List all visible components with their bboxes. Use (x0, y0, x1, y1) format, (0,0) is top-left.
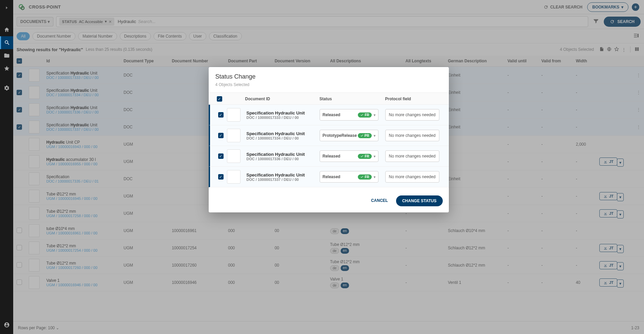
modal-item-sub: DOC / 10000017336 / DEU / 00 (247, 157, 320, 161)
rail-folder[interactable] (0, 49, 13, 62)
modal-col-status: Status (320, 97, 385, 101)
modal-thumbnail (227, 170, 240, 184)
chevron-down-icon: ▾ (374, 134, 375, 138)
status-badge: FR (358, 154, 371, 159)
modal-overlay: Status Change 4 Objects Selected ✓ Docum… (13, 0, 644, 334)
modal-col-proto: Protocol field (385, 97, 444, 101)
modal-item-sub: DOC / 10000017334 / DEU / 00 (247, 136, 320, 140)
modal-row: ✓Specification Hydraulic UnitDOC / 10000… (209, 105, 449, 125)
modal-title: Status Change (215, 73, 442, 80)
status-badge: PR (358, 133, 372, 138)
navigation-rail (0, 0, 13, 334)
status-badge: FR (358, 174, 371, 180)
status-badge: FR (358, 112, 371, 118)
modal-thumbnail (227, 108, 240, 122)
rail-search[interactable] (0, 36, 13, 49)
protocol-input[interactable] (385, 130, 439, 141)
modal-item-sub: DOC / 10000017333 / DEU / 00 (247, 116, 320, 120)
modal-item-title: Specification Hydraulic Unit (247, 172, 320, 178)
modal-item-title: Specification Hydraulic Unit (247, 110, 320, 116)
modal-row-checkbox[interactable]: ✓ (218, 153, 224, 159)
modal-col-doc: Document ID (245, 97, 320, 101)
status-select[interactable]: PrototypeReleasePR▾ (320, 130, 378, 141)
modal-thumbnail (227, 129, 240, 142)
protocol-input[interactable] (385, 109, 439, 121)
protocol-input[interactable] (385, 171, 439, 183)
modal-row-checkbox[interactable]: ✓ (218, 174, 224, 180)
status-select[interactable]: ReleasedFR▾ (320, 171, 378, 183)
modal-row: ✓Specification Hydraulic UnitDOC / 10000… (209, 125, 449, 146)
rail-home[interactable] (0, 23, 13, 36)
modal-row: ✓Specification Hydraulic UnitDOC / 10000… (209, 167, 449, 187)
status-select[interactable]: ReleasedFR▾ (320, 150, 378, 162)
modal-item-title: Specification Hydraulic Unit (247, 152, 320, 157)
status-select[interactable]: ReleasedFR▾ (320, 109, 378, 121)
status-change-modal: Status Change 4 Objects Selected ✓ Docum… (209, 67, 449, 212)
rail-expand-toggle[interactable] (2, 3, 12, 14)
rail-bookmarks[interactable] (0, 62, 13, 75)
modal-row-checkbox[interactable]: ✓ (218, 133, 224, 138)
modal-thumbnail (227, 149, 240, 163)
change-status-button[interactable]: CHANGE STATUS (396, 195, 443, 206)
modal-subtitle: 4 Objects Selected (215, 82, 442, 87)
cancel-button[interactable]: CANCEL (368, 195, 391, 206)
chevron-down-icon: ▾ (374, 175, 375, 179)
modal-row: ✓Specification Hydraulic UnitDOC / 10000… (209, 146, 449, 167)
modal-select-all-checkbox[interactable]: ✓ (217, 96, 222, 102)
rail-settings[interactable] (0, 82, 13, 95)
chevron-down-icon: ▾ (374, 113, 375, 117)
protocol-input[interactable] (385, 150, 439, 162)
modal-row-checkbox[interactable]: ✓ (218, 112, 224, 118)
modal-item-title: Specification Hydraulic Unit (247, 131, 320, 136)
chevron-down-icon: ▾ (374, 154, 375, 158)
modal-item-sub: DOC / 10000017337 / DEU / 00 (247, 178, 320, 182)
rail-account[interactable] (0, 318, 13, 331)
